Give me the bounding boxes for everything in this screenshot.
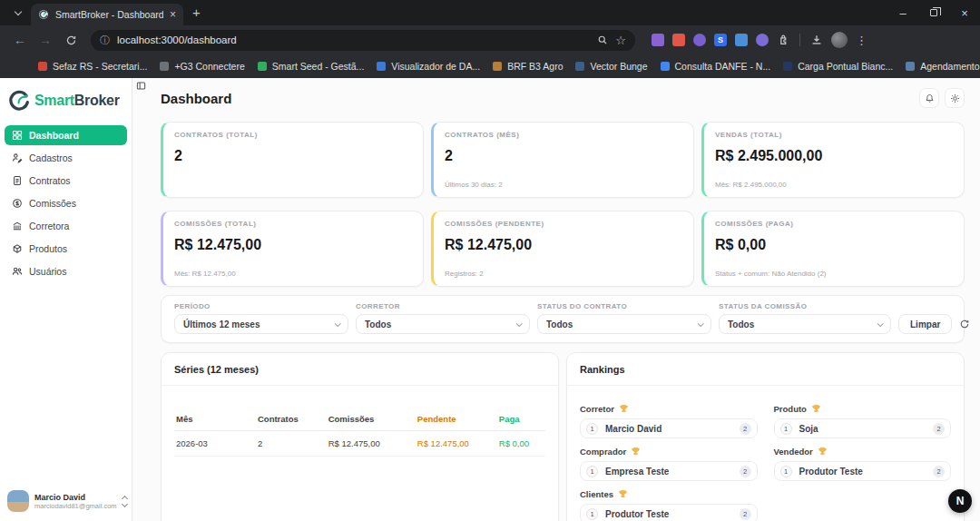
smartbroker-favicon xyxy=(38,9,49,20)
col-pendente: Pendente xyxy=(416,409,497,431)
trophy-icon xyxy=(818,447,828,457)
bookmark-item[interactable]: +G3 Connectere xyxy=(160,61,244,72)
sidebar-item-comissoes[interactable]: Comissões xyxy=(5,193,127,213)
extension-s-icon[interactable]: S xyxy=(714,34,727,46)
stat-card-contratos-mes: CONTRATOS (MÊS) 2 Últimos 30 dias: 2 xyxy=(431,122,694,198)
address-bar[interactable]: ⓘ localhost:3000/dashboard ☆ xyxy=(91,30,635,51)
bookmark-item[interactable]: Carga Pontual Bianc... xyxy=(783,61,893,72)
extension-red-mascot-icon[interactable] xyxy=(672,34,685,46)
browser-menu-icon[interactable]: ⋮ xyxy=(856,34,867,47)
bookmark-item[interactable]: Visualizador de DA... xyxy=(377,61,480,72)
restore-button[interactable] xyxy=(918,0,949,25)
series-table: Mês Contratos Comissões Pendente Paga 20… xyxy=(174,409,545,457)
bookmark-star-icon[interactable]: ☆ xyxy=(615,34,626,47)
url-text: localhost:3000/dashboard xyxy=(117,34,590,45)
trophy-icon xyxy=(631,447,641,457)
bookmark-item[interactable]: Vector Bunge xyxy=(575,61,647,72)
extensions-puzzle-icon[interactable] xyxy=(777,34,789,46)
dashboard-grid-icon xyxy=(12,130,23,141)
bookmark-favicon xyxy=(160,62,169,71)
sidebar-nav: Dashboard Cadastros Contratos Comissões … xyxy=(0,122,132,285)
site-info-icon[interactable]: ⓘ xyxy=(100,34,110,47)
bookmarks-bar: Sefaz RS - Secretari... +G3 Connectere S… xyxy=(0,54,980,78)
minimize-button[interactable]: – xyxy=(887,0,918,25)
corretor-select[interactable]: Todos xyxy=(356,314,530,334)
series-title: Séries (12 meses) xyxy=(162,353,558,386)
theme-toggle-button[interactable] xyxy=(945,88,965,108)
search-icon[interactable] xyxy=(597,34,608,45)
bookmark-favicon xyxy=(258,62,267,71)
col-paga: Paga xyxy=(497,409,545,431)
bank-building-icon xyxy=(12,221,23,231)
filter-bar: PERÍODO Últimos 12 meses CORRETOR Todos … xyxy=(161,295,965,343)
page-title: Dashboard xyxy=(161,91,231,106)
clear-filters-button[interactable]: Limpar xyxy=(898,314,952,334)
sidebar: SmartBroker Dashboard Cadastros Contrato… xyxy=(0,78,132,521)
notifications-button[interactable] xyxy=(919,88,939,108)
user-name: Marcio David xyxy=(34,493,117,502)
extension-feather-icon[interactable] xyxy=(693,34,706,46)
close-button[interactable]: × xyxy=(949,0,980,25)
status-comissao-select[interactable]: Todos xyxy=(719,314,891,334)
count-badge: 2 xyxy=(933,423,945,435)
filter-corretor: CORRETOR Todos xyxy=(356,302,530,334)
users-icon xyxy=(12,266,23,277)
tab-search-button[interactable] xyxy=(7,4,29,22)
downloads-icon[interactable] xyxy=(810,34,823,46)
package-icon xyxy=(12,243,23,254)
back-button[interactable]: ← xyxy=(9,29,31,51)
refresh-button[interactable] xyxy=(959,314,970,334)
smartbroker-logo-icon xyxy=(7,89,31,113)
ranking-item[interactable]: 1Soja2 xyxy=(774,418,952,438)
browser-tab[interactable]: SmartBroker - Dashboard × xyxy=(31,4,183,25)
sidebar-item-cadastros[interactable]: Cadastros xyxy=(5,148,127,168)
chevron-down-icon xyxy=(877,320,884,327)
forward-button[interactable]: → xyxy=(34,29,56,51)
status-contrato-select[interactable]: Todos xyxy=(537,314,711,334)
sidebar-toggle-icon[interactable] xyxy=(136,81,146,91)
ranking-item[interactable]: 1Empresa Teste2 xyxy=(580,461,758,481)
browser-profile-avatar[interactable] xyxy=(831,32,848,48)
user-pen-icon xyxy=(12,152,23,163)
ranking-item[interactable]: 1Marcio David2 xyxy=(580,418,758,438)
col-comissoes: Comissões xyxy=(327,409,416,431)
reload-button[interactable] xyxy=(60,29,82,51)
sidebar-item-contratos[interactable]: Contratos xyxy=(5,171,127,191)
stat-card-comissoes-pendente: COMISSÕES (PENDENTE) R$ 12.475,00 Regist… xyxy=(431,211,694,287)
rank-badge: 1 xyxy=(586,423,598,435)
extension-blue-tool-icon[interactable] xyxy=(735,34,748,46)
bookmark-item[interactable]: BRF B3 Agro xyxy=(493,61,563,72)
brand-name: SmartBroker xyxy=(34,93,120,109)
user-menu[interactable]: Marcio David marciodavid81@gmail.com xyxy=(0,481,132,521)
ranking-group-produto: Produto 1Soja2 xyxy=(774,404,952,438)
bookmark-item[interactable]: Consulta DANFE - N... xyxy=(661,61,771,72)
new-tab-button[interactable]: + xyxy=(192,5,201,20)
ranking-item[interactable]: 1Produtor Teste2 xyxy=(580,504,758,521)
bookmark-item[interactable]: Agendamento Serra... xyxy=(906,61,980,72)
filter-status-comissao: STATUS DA COMISSÃO Todos xyxy=(719,302,891,334)
tab-close-icon[interactable]: × xyxy=(170,9,176,20)
ranking-item[interactable]: 1Produtor Teste2 xyxy=(774,461,952,481)
app-logo[interactable]: SmartBroker xyxy=(0,78,132,122)
sidebar-item-dashboard[interactable]: Dashboard xyxy=(5,125,127,145)
extension-gear-icon[interactable] xyxy=(652,34,664,46)
sidebar-item-usuarios[interactable]: Usuários xyxy=(5,261,127,281)
nextjs-devtools-button[interactable]: N xyxy=(948,489,972,513)
periodo-select[interactable]: Últimos 12 meses xyxy=(174,314,348,334)
bell-icon xyxy=(925,93,935,103)
chevron-down-icon xyxy=(516,320,523,327)
bookmark-favicon xyxy=(661,62,670,71)
sun-icon xyxy=(950,93,960,103)
browser-tab-strip: SmartBroker - Dashboard × + – × xyxy=(0,0,980,25)
rankings-grid: Corretor 1Marcio David2 Produto 1Soja2 C… xyxy=(580,404,951,521)
trophy-icon xyxy=(618,489,628,499)
reload-icon xyxy=(65,34,77,46)
stat-card-comissoes-total: COMISSÕES (TOTAL) R$ 12.475,00 Mês: R$ 1… xyxy=(161,211,424,287)
sidebar-item-produtos[interactable]: Produtos xyxy=(5,239,127,259)
bookmark-item[interactable]: Smart Seed - Gestã... xyxy=(258,61,365,72)
sidebar-item-corretora[interactable]: Corretora xyxy=(5,216,127,236)
extension-chart-icon[interactable] xyxy=(756,34,769,46)
bookmark-item[interactable]: Sefaz RS - Secretari... xyxy=(38,61,147,72)
table-row[interactable]: 2026-03 2 R$ 12.475,00 R$ 12.475,00 R$ 0… xyxy=(174,431,545,457)
series-panel: Séries (12 meses) Mês Contratos Comissõe… xyxy=(161,352,559,521)
